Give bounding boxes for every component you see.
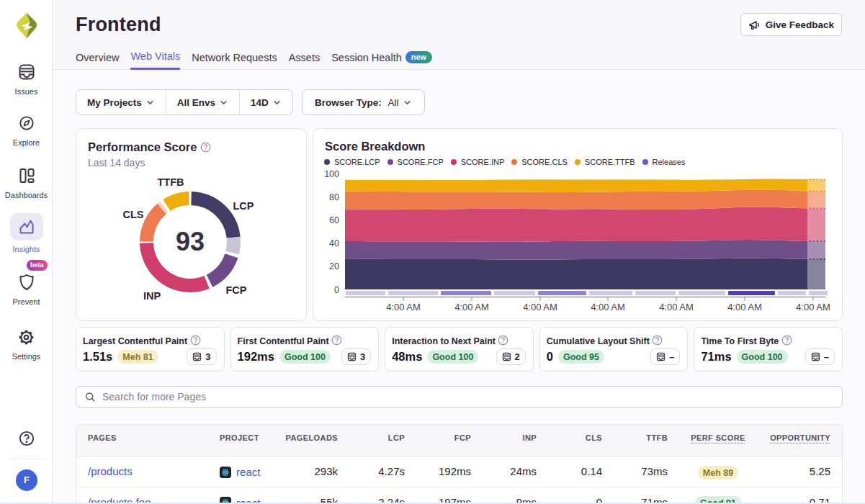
svg-text:4:00 AM: 4:00 AM [454,302,489,312]
svg-text:4:00 AM: 4:00 AM [386,302,421,312]
svg-text:20: 20 [329,261,339,271]
svg-text:4:00 AM: 4:00 AM [591,302,625,312]
svg-text:60: 60 [329,215,339,225]
svg-text:4:00 AM: 4:00 AM [796,302,830,312]
svg-text:4:00 AM: 4:00 AM [727,302,762,312]
svg-text:4:00 AM: 4:00 AM [523,302,557,312]
svg-text:100: 100 [324,169,339,179]
svg-text:80: 80 [329,192,339,202]
svg-text:4:00 AM: 4:00 AM [659,302,694,312]
svg-text:0: 0 [334,285,339,295]
svg-text:40: 40 [329,238,339,248]
